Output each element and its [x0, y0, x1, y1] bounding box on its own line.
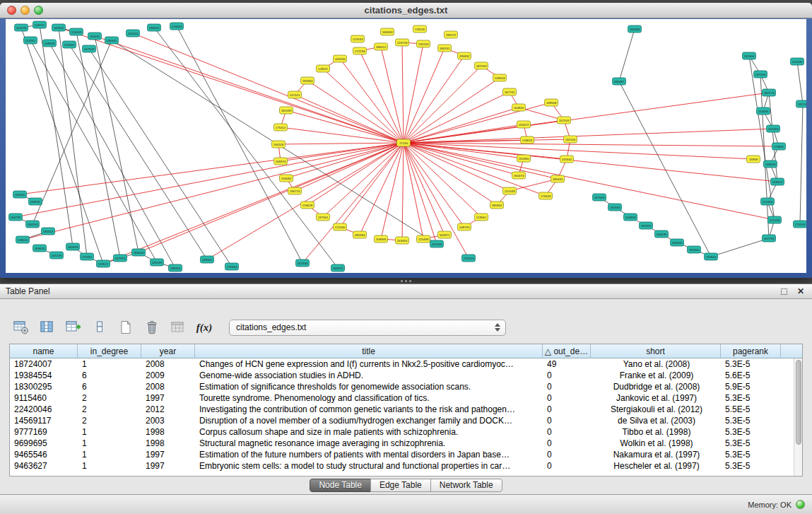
network-node[interactable]: 121655 [761, 198, 775, 205]
network-node[interactable]: 186487 [613, 78, 626, 85]
network-node[interactable]: 126063 [70, 28, 83, 35]
network-node[interactable]: 175313 [462, 255, 476, 262]
network-node[interactable]: 113043 [170, 23, 184, 30]
table-row[interactable]: 946554611997Estimation of the future num… [10, 449, 794, 460]
table-selector-dropdown[interactable]: citations_edges.txt [229, 320, 506, 336]
table-row[interactable]: 1872400712008Changes of HCN gene express… [10, 358, 794, 370]
new-column-icon[interactable] [65, 319, 82, 336]
network-node[interactable]: 114435 [757, 107, 770, 115]
network-node[interactable]: 141453 [767, 125, 780, 132]
network-node[interactable]: 151095 [791, 58, 804, 65]
network-node[interactable]: 132203 [417, 40, 430, 47]
network-node[interactable]: 137561 [317, 214, 330, 221]
network-node[interactable]: 128503 [493, 74, 507, 81]
close-panel-icon[interactable]: ✕ [795, 286, 806, 296]
network-node[interactable]: 124718 [396, 39, 409, 46]
network-node[interactable]: 109535 [43, 40, 57, 47]
network-node[interactable]: 181593 [280, 107, 293, 114]
network-node[interactable]: 157516 [558, 117, 571, 124]
table-row[interactable]: 969969511998Structural magnetic resonanc… [10, 438, 794, 449]
network-node[interactable]: 15958 [747, 156, 760, 163]
table-row[interactable]: 1830029562008Estimation of significance … [10, 381, 794, 392]
network-node[interactable]: 118633 [521, 136, 534, 144]
network-graph[interactable]: 1724011863315347210482016774112850318755… [6, 19, 806, 273]
network-node[interactable]: 176344 [225, 263, 239, 270]
zoom-button[interactable] [34, 6, 43, 15]
network-node[interactable]: 141841 [52, 24, 66, 31]
network-node[interactable]: 195832 [458, 52, 471, 59]
network-node[interactable]: 104933 [624, 214, 637, 221]
network-node[interactable]: 152063 [63, 41, 76, 48]
column-header-4[interactable]: △ out_de… [543, 344, 591, 358]
table-row[interactable]: 911546021997Tourette syndrome. Phenomeno… [10, 392, 794, 404]
column-header-2[interactable]: year [141, 344, 195, 358]
table-row[interactable]: 946362711997Embryonic stem cells: a mode… [10, 460, 794, 472]
network-node[interactable]: 162053 [66, 243, 80, 250]
network-node[interactable]: 148755 [458, 223, 471, 230]
network-node[interactable]: 119121 [97, 260, 110, 267]
network-node[interactable]: 164370 [331, 264, 345, 271]
network-node[interactable]: 185364 [353, 231, 367, 238]
network-node[interactable]: 169459 [381, 28, 394, 35]
network-node[interactable]: 118014 [16, 236, 30, 243]
network-node[interactable]: 106435 [655, 230, 669, 238]
network-node[interactable]: 170103 [794, 221, 807, 228]
network-node[interactable]: 103795 [9, 214, 23, 221]
network-node[interactable]: 167919 [593, 194, 606, 201]
network-node[interactable]: 186483 [628, 25, 642, 33]
network-node[interactable]: 134633 [764, 160, 777, 168]
network-node[interactable]: 131642 [560, 156, 574, 163]
network-node[interactable]: 182773 [763, 89, 776, 96]
network-node[interactable]: 104224 [126, 30, 140, 37]
import-table-icon[interactable] [170, 319, 187, 336]
network-node[interactable]: 196137 [445, 31, 458, 38]
network-node[interactable]: 164118 [272, 141, 286, 148]
minimize-button[interactable] [20, 6, 30, 15]
network-node[interactable]: 126193 [151, 259, 164, 266]
table-row[interactable]: 977716911998Corpus callosum shape and si… [10, 426, 794, 438]
new-table-icon[interactable] [117, 319, 134, 336]
network-node[interactable]: 125493 [417, 235, 430, 243]
network-node[interactable]: 138341 [105, 37, 119, 44]
network-node[interactable]: 147521 [288, 91, 302, 98]
tab-node-table[interactable]: Node Table [310, 479, 371, 492]
network-node[interactable]: 196625 [148, 24, 161, 31]
network-node[interactable]: 151345 [430, 240, 444, 247]
network-node[interactable]: 105135 [50, 252, 64, 259]
network-node[interactable]: 193364 [301, 77, 314, 84]
column-header-5[interactable]: short [591, 344, 721, 358]
network-node[interactable]: 104820 [512, 104, 526, 111]
tab-edge-table[interactable]: Edge Table [370, 479, 431, 492]
network-node[interactable]: 103133 [15, 24, 28, 31]
panel-splitter[interactable] [396, 279, 416, 283]
tab-network-table[interactable]: Network Table [430, 479, 502, 492]
network-node[interactable]: 172540 [334, 223, 347, 230]
network-node[interactable]: 147543 [83, 45, 96, 52]
float-panel-icon[interactable] [778, 286, 789, 296]
network-node[interactable]: 185491 [551, 175, 565, 182]
network-node[interactable]: 167741 [503, 88, 517, 95]
memory-status-icon[interactable] [796, 500, 805, 509]
network-node[interactable]: 122543 [351, 35, 365, 42]
network-node[interactable]: 149341 [201, 256, 214, 263]
network-node[interactable]: 167753 [763, 235, 776, 242]
network-node[interactable]: 196715 [288, 187, 302, 194]
network-node[interactable]: 153082 [280, 175, 293, 182]
table-scrollbar[interactable] [794, 358, 802, 476]
delete-table-icon[interactable] [143, 319, 160, 336]
row-icon[interactable] [91, 319, 108, 336]
table-row[interactable]: 1456911722003Disruption of a novel membe… [10, 415, 794, 426]
network-node[interactable]: 132160 [564, 136, 577, 143]
show-columns-icon[interactable] [39, 319, 56, 336]
network-node[interactable]: 191953 [640, 222, 653, 229]
network-node[interactable]: 192450 [688, 246, 701, 253]
network-node[interactable]: 163371 [438, 231, 452, 238]
network-node[interactable]: 158931 [29, 198, 42, 205]
network-node[interactable]: 108374 [274, 158, 288, 165]
network-node[interactable]: 17240 [397, 139, 411, 146]
column-header-1[interactable]: in_degree [78, 344, 141, 358]
close-button[interactable] [7, 6, 16, 15]
network-node[interactable]: 121049 [503, 187, 517, 194]
network-node[interactable]: 175351 [81, 253, 94, 260]
network-node[interactable]: 118731 [33, 21, 47, 28]
